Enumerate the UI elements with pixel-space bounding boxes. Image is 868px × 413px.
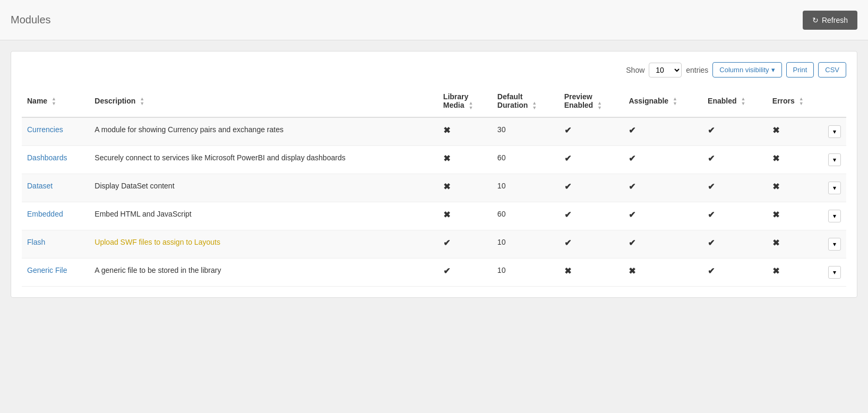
cell-description: A generic file to be stored in the libra… bbox=[89, 259, 438, 287]
col-header-description[interactable]: Description ▲▼ bbox=[89, 86, 438, 117]
check-icon: ✔ bbox=[564, 238, 571, 247]
table-header-row: Name ▲▼ Description ▲▼ LibraryMedia ▲▼ bbox=[22, 86, 846, 117]
col-header-enabled[interactable]: Enabled ▲▼ bbox=[702, 86, 767, 117]
entries-label: entries bbox=[686, 66, 708, 74]
module-name-link[interactable]: Dashboards bbox=[27, 153, 67, 162]
cell-default-duration: 60 bbox=[492, 146, 559, 174]
cell-library-media: ✖ bbox=[438, 174, 492, 202]
row-action-button[interactable]: ▾ bbox=[828, 153, 841, 166]
row-action-button[interactable]: ▾ bbox=[828, 238, 841, 251]
cell-preview-enabled: ✖ bbox=[559, 259, 624, 287]
module-name-link[interactable]: Generic File bbox=[27, 266, 67, 274]
print-button[interactable]: Print bbox=[786, 62, 814, 78]
check-icon: ✔ bbox=[564, 182, 571, 191]
chevron-down-icon: ▾ bbox=[833, 128, 836, 135]
cell-default-duration: 10 bbox=[492, 174, 559, 202]
cell-default-duration: 10 bbox=[492, 259, 559, 287]
cell-assignable: ✔ bbox=[623, 174, 702, 202]
cell-action: ▾ bbox=[823, 202, 846, 230]
page-title: Modules bbox=[11, 14, 51, 26]
column-visibility-button[interactable]: Column visibility ▾ bbox=[712, 62, 781, 78]
cell-errors: ✖ bbox=[767, 259, 823, 287]
col-header-name[interactable]: Name ▲▼ bbox=[22, 86, 89, 117]
table-row: Generic FileA generic file to be stored … bbox=[22, 259, 846, 287]
cell-assignable: ✔ bbox=[623, 202, 702, 230]
csv-button[interactable]: CSV bbox=[818, 62, 846, 78]
cross-icon: ✖ bbox=[629, 266, 635, 276]
table-row: DashboardsSecurely connect to services l… bbox=[22, 146, 846, 174]
cell-name: Embedded bbox=[22, 202, 89, 230]
row-action-button[interactable]: ▾ bbox=[828, 182, 841, 194]
cell-default-duration: 60 bbox=[492, 202, 559, 230]
row-action-button[interactable]: ▾ bbox=[828, 210, 841, 222]
cell-enabled: ✔ bbox=[702, 230, 767, 259]
cell-assignable: ✖ bbox=[623, 259, 702, 287]
check-icon: ✔ bbox=[564, 154, 571, 163]
table-row: DatasetDisplay DataSet content✖10✔✔✔✖▾ bbox=[22, 174, 846, 202]
cell-name: Dataset bbox=[22, 174, 89, 202]
module-name-link[interactable]: Flash bbox=[27, 238, 45, 246]
module-name-link[interactable]: Dataset bbox=[27, 182, 53, 190]
cell-enabled: ✔ bbox=[702, 259, 767, 287]
entries-select[interactable]: 10 25 50 100 bbox=[649, 63, 682, 78]
row-action-button[interactable]: ▾ bbox=[828, 125, 841, 138]
table-row: FlashUpload SWF files to assign to Layou… bbox=[22, 230, 846, 259]
cell-assignable: ✔ bbox=[623, 146, 702, 174]
cell-enabled: ✔ bbox=[702, 117, 767, 146]
cell-library-media: ✖ bbox=[438, 117, 492, 146]
cross-icon: ✖ bbox=[443, 182, 450, 191]
check-icon: ✔ bbox=[708, 238, 715, 247]
cell-description: Upload SWF files to assign to Layouts bbox=[89, 230, 438, 259]
cell-errors: ✖ bbox=[767, 174, 823, 202]
table-row: CurrenciesA module for showing Currency … bbox=[22, 117, 846, 146]
refresh-icon: ↻ bbox=[812, 16, 819, 24]
row-action-button[interactable]: ▾ bbox=[828, 266, 841, 279]
cell-description: Embed HTML and JavaScript bbox=[89, 202, 438, 230]
col-header-errors[interactable]: Errors ▲▼ bbox=[767, 86, 823, 117]
modules-table-wrap: Name ▲▼ Description ▲▼ LibraryMedia ▲▼ bbox=[22, 86, 846, 287]
check-icon: ✔ bbox=[708, 126, 715, 135]
column-visibility-label: Column visibility bbox=[719, 66, 769, 74]
check-icon: ✔ bbox=[629, 126, 635, 135]
table-controls: Show 10 25 50 100 entries Column visibil… bbox=[22, 62, 846, 78]
table-body: CurrenciesA module for showing Currency … bbox=[22, 117, 846, 287]
module-name-link[interactable]: Currencies bbox=[27, 125, 63, 134]
col-header-default-duration[interactable]: DefaultDuration ▲▼ bbox=[492, 86, 559, 117]
refresh-button[interactable]: ↻ Refresh bbox=[803, 11, 857, 30]
cell-name: Currencies bbox=[22, 117, 89, 146]
check-icon: ✔ bbox=[629, 238, 635, 247]
sort-icon-preview-enabled: ▲▼ bbox=[597, 101, 602, 110]
chevron-down-icon: ▾ bbox=[833, 212, 836, 220]
chevron-down-icon: ▾ bbox=[833, 269, 836, 276]
check-icon: ✔ bbox=[564, 210, 571, 219]
cell-name: Flash bbox=[22, 230, 89, 259]
cross-icon: ✖ bbox=[772, 238, 779, 247]
cell-enabled: ✔ bbox=[702, 202, 767, 230]
check-icon: ✔ bbox=[629, 182, 635, 191]
cell-errors: ✖ bbox=[767, 202, 823, 230]
chevron-down-icon: ▾ bbox=[833, 184, 836, 192]
col-header-assignable[interactable]: Assignable ▲▼ bbox=[623, 86, 702, 117]
chevron-down-icon: ▾ bbox=[833, 156, 836, 164]
module-name-link[interactable]: Embedded bbox=[27, 210, 63, 218]
cell-preview-enabled: ✔ bbox=[559, 146, 624, 174]
cell-action: ▾ bbox=[823, 230, 846, 259]
cross-icon: ✖ bbox=[772, 210, 779, 219]
sort-icon-name: ▲▼ bbox=[51, 97, 56, 106]
cell-action: ▾ bbox=[823, 259, 846, 287]
col-header-preview-enabled[interactable]: PreviewEnabled ▲▼ bbox=[559, 86, 624, 117]
cross-icon: ✖ bbox=[772, 154, 779, 163]
col-header-library-media[interactable]: LibraryMedia ▲▼ bbox=[438, 86, 492, 117]
sort-icon-description: ▲▼ bbox=[140, 97, 144, 106]
show-label: Show bbox=[626, 66, 644, 74]
cell-preview-enabled: ✔ bbox=[559, 230, 624, 259]
cell-library-media: ✔ bbox=[438, 230, 492, 259]
sort-icon-enabled: ▲▼ bbox=[741, 97, 745, 106]
cell-name: Generic File bbox=[22, 259, 89, 287]
sort-icon-library-media: ▲▼ bbox=[468, 101, 473, 110]
chevron-down-icon: ▾ bbox=[771, 66, 775, 74]
cell-assignable: ✔ bbox=[623, 230, 702, 259]
check-icon: ✔ bbox=[708, 154, 715, 163]
refresh-label: Refresh bbox=[822, 16, 848, 24]
modules-card: Show 10 25 50 100 entries Column visibil… bbox=[11, 51, 857, 298]
